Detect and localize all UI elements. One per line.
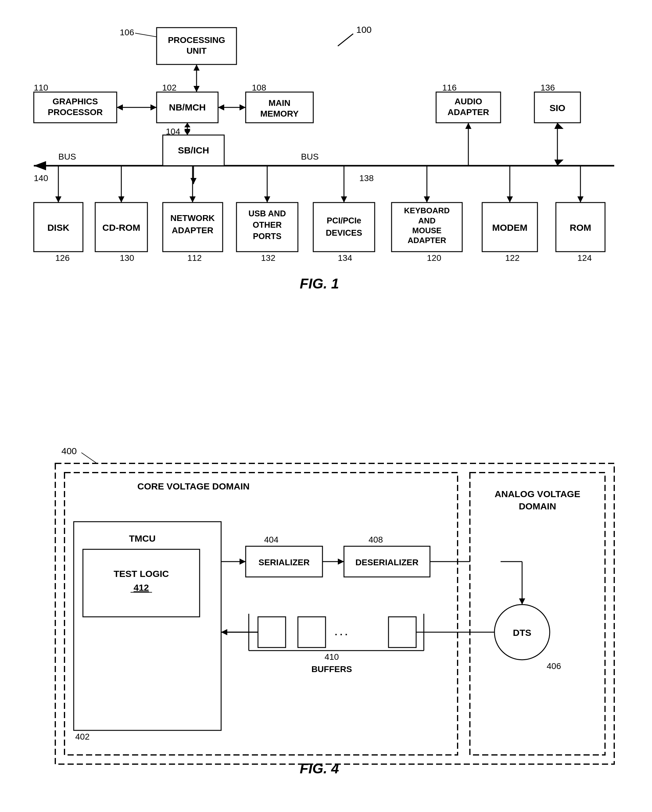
svg-rect-137 bbox=[258, 617, 286, 647]
svg-text:410: 410 bbox=[324, 652, 339, 662]
svg-text:116: 116 bbox=[442, 83, 457, 92]
svg-marker-51 bbox=[465, 123, 471, 129]
svg-text:138: 138 bbox=[359, 173, 374, 183]
svg-rect-1 bbox=[157, 27, 236, 64]
svg-text:120: 120 bbox=[427, 253, 441, 263]
fig1-diagram: 100 PROCESSING UNIT 106 NB/MCH 102 MAIN bbox=[24, 18, 628, 411]
svg-text:400: 400 bbox=[61, 446, 77, 456]
svg-rect-19 bbox=[34, 92, 117, 123]
svg-text:124: 124 bbox=[577, 253, 592, 263]
svg-text:BUS: BUS bbox=[58, 152, 76, 162]
svg-text:NB/MCH: NB/MCH bbox=[169, 102, 206, 112]
svg-marker-96 bbox=[507, 196, 513, 203]
svg-text:USB AND: USB AND bbox=[248, 209, 286, 218]
svg-text:408: 408 bbox=[369, 535, 383, 544]
svg-text:FIG. 4: FIG. 4 bbox=[300, 760, 339, 776]
svg-text:136: 136 bbox=[540, 83, 555, 92]
svg-text:DISK: DISK bbox=[47, 223, 69, 233]
svg-line-0 bbox=[338, 34, 353, 46]
svg-marker-47 bbox=[184, 130, 190, 135]
svg-text:DTS: DTS bbox=[513, 627, 531, 638]
svg-text:SERIALIZER: SERIALIZER bbox=[259, 558, 309, 567]
svg-text:ADAPTER: ADAPTER bbox=[172, 226, 213, 235]
svg-marker-46 bbox=[184, 123, 190, 127]
svg-text:MAIN: MAIN bbox=[268, 98, 291, 108]
svg-line-5 bbox=[135, 33, 157, 37]
svg-text:134: 134 bbox=[338, 253, 352, 263]
svg-marker-64 bbox=[118, 196, 124, 203]
svg-text:PROCESSOR: PROCESSOR bbox=[48, 107, 103, 117]
svg-text:112: 112 bbox=[187, 253, 202, 263]
svg-rect-65 bbox=[163, 203, 223, 252]
svg-text:140: 140 bbox=[34, 173, 48, 183]
svg-marker-10 bbox=[193, 64, 200, 70]
svg-text:ANALOG VOLTAGE: ANALOG VOLTAGE bbox=[495, 489, 580, 499]
svg-text:BUS: BUS bbox=[301, 152, 319, 162]
svg-marker-49 bbox=[190, 178, 197, 184]
svg-marker-54 bbox=[554, 160, 563, 166]
svg-text:TEST LOGIC: TEST LOGIC bbox=[114, 569, 169, 579]
svg-text:126: 126 bbox=[55, 253, 70, 263]
svg-text:102: 102 bbox=[162, 83, 177, 92]
fig4-arrows: 400 CORE VOLTAGE DOMAIN ANALOG VOLTAGE D… bbox=[24, 436, 639, 789]
svg-marker-83 bbox=[341, 196, 347, 203]
svg-text:CD-ROM: CD-ROM bbox=[102, 223, 140, 233]
svg-text:108: 108 bbox=[252, 83, 266, 92]
svg-text:OTHER: OTHER bbox=[253, 220, 282, 229]
svg-text:406: 406 bbox=[546, 661, 561, 671]
svg-marker-25 bbox=[150, 104, 157, 110]
fig1-arrows: PROCESSING UNIT 106 NB/MCH 102 MAIN MEMO… bbox=[24, 18, 628, 411]
svg-text:404: 404 bbox=[264, 535, 279, 544]
svg-text:SIO: SIO bbox=[549, 103, 565, 113]
svg-text:AND: AND bbox=[418, 216, 436, 225]
svg-text:132: 132 bbox=[261, 253, 275, 263]
svg-rect-60 bbox=[95, 203, 147, 252]
svg-text:ROM: ROM bbox=[570, 223, 591, 233]
svg-marker-77 bbox=[264, 196, 270, 203]
svg-text:DEVICES: DEVICES bbox=[326, 228, 363, 238]
svg-text:DESERIALIZER: DESERIALIZER bbox=[355, 558, 418, 567]
svg-text:KEYBOARD: KEYBOARD bbox=[404, 206, 450, 215]
svg-text:TMCU: TMCU bbox=[129, 533, 156, 543]
svg-text:GRAPHICS: GRAPHICS bbox=[52, 97, 98, 106]
svg-rect-55 bbox=[34, 203, 83, 252]
svg-text:130: 130 bbox=[120, 253, 134, 263]
svg-marker-34 bbox=[34, 161, 46, 170]
svg-text:SB/ICH: SB/ICH bbox=[178, 145, 209, 155]
svg-text:110: 110 bbox=[34, 83, 48, 92]
svg-rect-12 bbox=[246, 92, 313, 123]
svg-marker-53 bbox=[554, 123, 563, 129]
svg-text:122: 122 bbox=[505, 253, 520, 263]
svg-text:UNIT: UNIT bbox=[187, 46, 207, 55]
svg-marker-91 bbox=[424, 196, 430, 203]
svg-text:DOMAIN: DOMAIN bbox=[519, 501, 556, 511]
svg-text:PORTS: PORTS bbox=[253, 232, 281, 241]
svg-text:402: 402 bbox=[75, 732, 90, 742]
ref-100: 100 bbox=[356, 24, 372, 35]
svg-text:PCI/PCIe: PCI/PCIe bbox=[327, 216, 361, 225]
svg-text:ADAPTER: ADAPTER bbox=[407, 236, 446, 245]
page: 100 PROCESSING UNIT 106 NB/MCH 102 MAIN bbox=[0, 0, 652, 812]
svg-text:ADAPTER: ADAPTER bbox=[447, 107, 489, 117]
svg-text:PROCESSING: PROCESSING bbox=[168, 35, 225, 45]
svg-text:CORE VOLTAGE DOMAIN: CORE VOLTAGE DOMAIN bbox=[137, 481, 250, 491]
svg-rect-71 bbox=[236, 203, 298, 252]
svg-marker-17 bbox=[218, 104, 224, 110]
svg-text:MODEM: MODEM bbox=[492, 223, 528, 233]
svg-marker-101 bbox=[577, 196, 583, 203]
svg-rect-84 bbox=[392, 203, 462, 252]
fig4-diagram: 400 CORE VOLTAGE DOMAIN ANALOG VOLTAGE D… bbox=[24, 436, 628, 804]
svg-rect-97 bbox=[556, 203, 605, 252]
svg-text:FIG. 1: FIG. 1 bbox=[300, 276, 339, 292]
svg-marker-24 bbox=[117, 104, 123, 110]
svg-text:BUFFERS: BUFFERS bbox=[311, 664, 352, 674]
svg-rect-30 bbox=[534, 92, 580, 123]
svg-rect-39 bbox=[163, 135, 224, 166]
svg-text:412: 412 bbox=[133, 583, 149, 592]
svg-text:AUDIO: AUDIO bbox=[455, 97, 482, 106]
svg-marker-43 bbox=[184, 129, 190, 135]
svg-text:MEMORY: MEMORY bbox=[260, 109, 299, 119]
svg-rect-78 bbox=[313, 203, 375, 252]
svg-marker-44 bbox=[184, 123, 190, 129]
svg-text:NETWORK: NETWORK bbox=[170, 213, 215, 223]
